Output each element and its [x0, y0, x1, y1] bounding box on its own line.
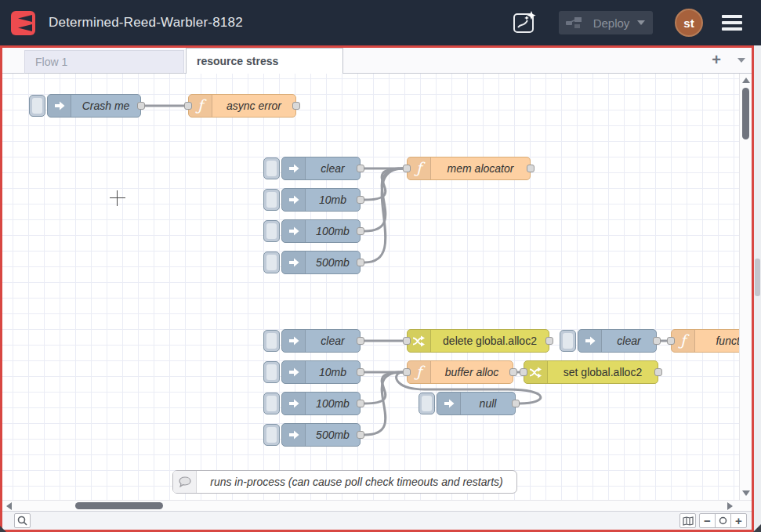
canvas-horizontal-scrollbar[interactable] — [2, 500, 752, 511]
vertical-scroll-thumb[interactable] — [742, 88, 749, 139]
output-port[interactable] — [357, 227, 364, 235]
inject-trigger-button[interactable] — [263, 361, 280, 383]
inject-trigger-button[interactable] — [263, 252, 280, 273]
node-inject-crashme[interactable]: Crash me — [47, 94, 141, 118]
inject-trigger-button[interactable] — [419, 393, 435, 414]
inject-trigger-button[interactable] — [263, 157, 280, 179]
deploy-button[interactable]: Deploy — [559, 11, 653, 34]
node-inject-clear2[interactable]: clear — [281, 329, 361, 353]
node-inject-mb10b[interactable]: 10mb — [281, 360, 361, 384]
function-f-glyph: ƒ — [416, 161, 422, 177]
navigator-button[interactable] — [679, 513, 696, 528]
tab-label: resource stress — [197, 55, 278, 67]
node-label: 500mb — [306, 252, 360, 273]
scroll-right-icon[interactable] — [727, 502, 733, 510]
output-port[interactable] — [545, 337, 553, 345]
search-button[interactable] — [14, 513, 31, 528]
flow-canvas[interactable]: Crash meƒasync errorclear10mb100mb500mbƒ… — [2, 74, 739, 500]
deploy-options-caret[interactable] — [637, 20, 645, 25]
output-port[interactable] — [357, 400, 364, 407]
output-port[interactable] — [654, 368, 662, 376]
scroll-down-icon[interactable] — [742, 490, 750, 496]
tab-resource-stress[interactable]: resource stress — [186, 48, 343, 74]
browser-scrollbar[interactable] — [754, 45, 761, 532]
change-icon — [408, 330, 431, 352]
inject-icon — [282, 330, 306, 352]
inject-trigger-button[interactable] — [560, 330, 576, 352]
output-port[interactable] — [512, 400, 520, 407]
scroll-up-icon[interactable] — [742, 78, 750, 83]
flowfuse-logo-icon[interactable] — [11, 11, 35, 35]
inject-arrow-icon — [288, 194, 300, 206]
inject-trigger-button[interactable] — [263, 189, 280, 211]
tab-label: Flow 1 — [35, 56, 67, 68]
flow-tabbar: Flow 1 resource stress + — [2, 48, 752, 74]
wire-mb500a-to-memalloc[interactable] — [364, 168, 403, 262]
node-label: clear — [306, 330, 360, 352]
node-function-fnright[interactable]: ƒfunction — [671, 329, 739, 353]
node-inject-nullinj[interactable]: null — [437, 392, 516, 415]
zoom-reset-button[interactable] — [715, 513, 731, 528]
node-inject-clear3[interactable]: clear — [578, 329, 657, 353]
output-port[interactable] — [527, 165, 535, 172]
browser-scroll-thumb[interactable] — [755, 259, 760, 296]
tab-flow-1[interactable]: Flow 1 — [24, 50, 184, 74]
add-flow-button[interactable]: + — [708, 52, 725, 69]
output-port[interactable] — [357, 368, 364, 376]
input-port[interactable] — [403, 165, 411, 172]
node-function-bufalloc[interactable]: ƒbuffer alloc — [407, 360, 513, 384]
input-port[interactable] — [403, 337, 411, 345]
node-function-asyncerr[interactable]: ƒasync error — [188, 94, 296, 118]
node-inject-clear1[interactable]: clear — [281, 157, 361, 180]
input-port[interactable] — [184, 102, 192, 110]
inject-icon — [282, 189, 306, 211]
user-avatar[interactable]: st — [675, 9, 703, 37]
inject-icon — [282, 220, 306, 242]
node-inject-mb100a[interactable]: 100mb — [281, 219, 361, 243]
scroll-left-icon[interactable] — [6, 502, 12, 510]
node-comment-comment1[interactable]: runs in-process (can cause poll check ti… — [172, 470, 517, 494]
inject-trigger-button[interactable] — [263, 330, 280, 352]
main-menu-button[interactable] — [722, 15, 742, 31]
node-label: null — [461, 393, 515, 414]
inject-icon — [437, 393, 461, 414]
input-port[interactable] — [667, 337, 675, 345]
output-port[interactable] — [137, 102, 145, 110]
input-port[interactable] — [403, 368, 411, 376]
node-label: function — [695, 330, 739, 352]
zoom-in-button[interactable]: + — [730, 513, 747, 528]
output-port[interactable] — [292, 102, 300, 110]
inject-arrow-icon — [288, 162, 300, 175]
function-f-glyph: ƒ — [197, 98, 203, 114]
inject-trigger-button[interactable] — [263, 220, 280, 242]
inject-icon — [282, 424, 306, 446]
inject-icon — [282, 157, 306, 179]
node-change-delalloc[interactable]: delete global.alloc2 — [407, 329, 549, 353]
inject-trigger-button[interactable] — [263, 424, 280, 446]
output-port[interactable] — [357, 165, 364, 172]
zoom-reset-icon — [719, 516, 727, 525]
horizontal-scroll-thumb[interactable] — [75, 502, 163, 509]
node-change-setalloc[interactable]: set global.alloc2 — [524, 360, 658, 384]
node-inject-mb10a[interactable]: 10mb — [281, 188, 361, 212]
output-port[interactable] — [357, 196, 364, 204]
output-port[interactable] — [509, 368, 517, 376]
node-inject-mb500b[interactable]: 500mb — [281, 423, 361, 447]
zoom-out-button[interactable]: − — [699, 513, 716, 528]
output-port[interactable] — [357, 337, 364, 345]
node-label: Crash me — [71, 95, 140, 117]
output-port[interactable] — [357, 259, 364, 266]
wire-layer — [2, 74, 739, 500]
output-port[interactable] — [653, 337, 661, 345]
input-port[interactable] — [520, 368, 527, 376]
inject-trigger-button[interactable] — [263, 393, 280, 414]
output-port[interactable] — [357, 431, 364, 439]
canvas-vertical-scrollbar[interactable] — [739, 74, 752, 500]
node-inject-mb500a[interactable]: 500mb — [281, 251, 361, 274]
ai-assistant-icon[interactable] — [510, 9, 538, 36]
function-f-glyph: ƒ — [416, 364, 422, 381]
inject-trigger-button[interactable] — [29, 95, 45, 117]
flow-list-caret-icon[interactable] — [737, 58, 745, 63]
node-inject-mb100b[interactable]: 100mb — [281, 392, 361, 415]
node-function-memalloc[interactable]: ƒmem alocator — [407, 157, 531, 180]
